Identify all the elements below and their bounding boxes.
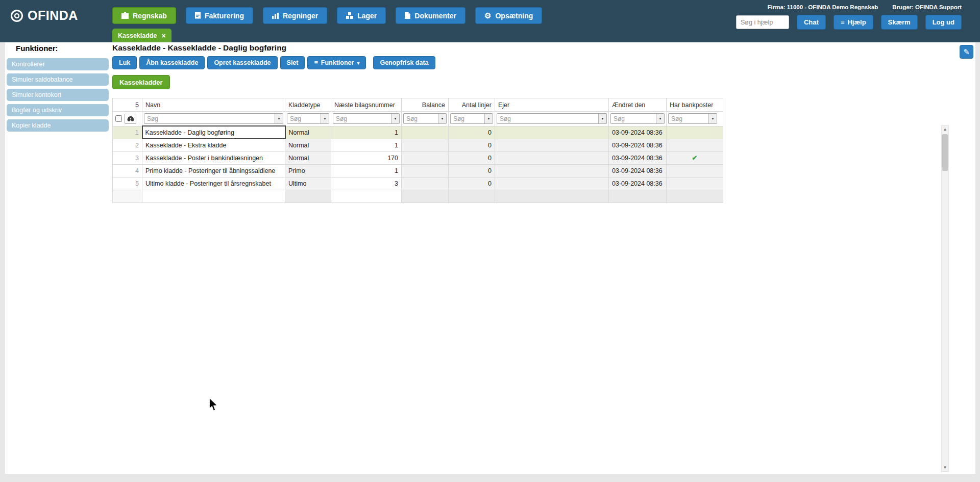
cell-har-bankposter[interactable] — [667, 126, 723, 139]
help-search-input[interactable] — [736, 15, 789, 29]
table-new-row[interactable] — [113, 190, 723, 202]
nav-lager[interactable]: Lager — [337, 7, 386, 24]
scrollbar-thumb[interactable] — [942, 134, 948, 171]
cell-kladdetype[interactable]: Ultimo — [285, 177, 331, 190]
luk-button[interactable]: Luk — [112, 56, 137, 69]
filter-dropdown-har-bankposter[interactable]: ▾ — [708, 114, 717, 123]
sidebar-item-simuler-kontokort[interactable]: Simuler kontokort — [7, 89, 109, 101]
nav-opsaetning[interactable]: ⚙ Opsætning — [475, 7, 542, 24]
filter-input-naeste-bilagsnummer[interactable] — [333, 114, 391, 123]
cell-balance[interactable] — [402, 177, 449, 190]
select-all-checkbox[interactable] — [115, 115, 122, 122]
search-binoculars-button[interactable] — [125, 114, 136, 124]
filter-input-kladdetype[interactable] — [287, 114, 321, 123]
table-row[interactable]: 2 Kassekladde - Ekstra kladde Normal 1 0… — [113, 139, 723, 151]
filter-dropdown-navn[interactable]: ▾ — [275, 114, 283, 123]
tab-kassekladde[interactable]: Kassekladde × — [112, 29, 172, 42]
cell-balance[interactable] — [402, 139, 449, 151]
cell-ejer[interactable] — [495, 126, 609, 139]
new-cell-ejer[interactable] — [495, 190, 609, 202]
genopfrisk-data-button[interactable]: Genopfrisk data — [373, 56, 435, 69]
cell-ejer[interactable] — [495, 164, 609, 177]
sidebar-item-kontrollerer[interactable]: Kontrollerer — [7, 58, 109, 70]
filter-dropdown-ejer[interactable]: ▾ — [598, 114, 606, 123]
cell-ejer[interactable] — [495, 151, 609, 164]
row-number[interactable]: 3 — [113, 151, 142, 164]
cell-antal-linjer[interactable]: 0 — [449, 151, 495, 164]
row-number[interactable]: 1 — [113, 126, 142, 139]
skaerm-button[interactable]: Skærm — [881, 15, 918, 30]
column-header-ejer[interactable]: Ejer — [495, 98, 609, 112]
column-header-kladdetype[interactable]: Kladdetype — [285, 98, 331, 112]
new-cell-kladdetype[interactable] — [285, 190, 331, 202]
cell-har-bankposter[interactable] — [667, 139, 723, 151]
column-header-navn[interactable]: Navn — [142, 98, 285, 112]
table-row[interactable]: 4 Primo kladde - Posteringer til åbnings… — [113, 164, 723, 177]
scroll-down-icon[interactable]: ▼ — [942, 464, 948, 471]
cell-har-bankposter-check-icon[interactable]: ✔ — [667, 151, 723, 164]
sidebar-item-kopier-kladde[interactable]: Kopier kladde — [7, 119, 109, 132]
cell-aendret-den[interactable]: 03-09-2024 08:36 — [609, 126, 667, 139]
cell-antal-linjer[interactable]: 0 — [449, 177, 495, 190]
filter-dropdown-kladdetype[interactable]: ▾ — [321, 114, 329, 123]
filter-dropdown-aendret-den[interactable]: ▾ — [656, 114, 664, 123]
cell-har-bankposter[interactable] — [667, 164, 723, 177]
nav-regnskab[interactable]: Regnskab — [112, 7, 176, 24]
kassekladder-button[interactable]: Kassekladder — [112, 75, 170, 89]
column-header-har-bankposter[interactable]: Har bankposter — [667, 98, 723, 112]
filter-input-navn[interactable] — [144, 114, 275, 123]
table-row[interactable]: 3 Kassekladde - Poster i bankindlæsninge… — [113, 151, 723, 164]
cell-naeste-bilagsnummer[interactable]: 1 — [331, 126, 402, 139]
cell-ejer[interactable] — [495, 139, 609, 151]
cell-aendret-den[interactable]: 03-09-2024 08:36 — [609, 139, 667, 151]
filter-input-har-bankposter[interactable] — [669, 114, 708, 123]
cell-antal-linjer[interactable]: 0 — [449, 139, 495, 151]
slet-button[interactable]: Slet — [280, 56, 305, 69]
nav-dokumenter[interactable]: Dokumenter — [396, 7, 465, 24]
nav-regninger[interactable]: Regninger — [263, 7, 327, 24]
cell-navn[interactable]: Kassekladde - Daglig bogføring — [142, 126, 285, 139]
column-header-aendret-den[interactable]: Ændret den — [609, 98, 667, 112]
cell-navn[interactable]: Kassekladde - Poster i bankindlæsningen — [142, 151, 285, 164]
filter-dropdown-balance[interactable]: ▾ — [438, 114, 446, 123]
row-number[interactable]: 5 — [113, 177, 142, 190]
funktioner-dropdown-button[interactable]: ≡ Funktioner ▾ — [307, 56, 366, 69]
column-header-antal-linjer[interactable]: Antal linjer — [449, 98, 495, 112]
cell-antal-linjer[interactable]: 0 — [449, 126, 495, 139]
aabn-kassekladde-button[interactable]: Åbn kassekladde — [139, 56, 205, 69]
cell-balance[interactable] — [402, 151, 449, 164]
filter-input-ejer[interactable] — [497, 114, 598, 123]
vertical-scrollbar[interactable]: ▲ ▼ — [941, 125, 949, 472]
cell-naeste-bilagsnummer[interactable]: 1 — [331, 139, 402, 151]
cell-kladdetype[interactable]: Normal — [285, 139, 331, 151]
table-row[interactable]: 5 Ultimo kladde - Posteringer til årsreg… — [113, 177, 723, 190]
filter-input-antal-linjer[interactable] — [451, 114, 484, 123]
filter-input-balance[interactable] — [404, 114, 438, 123]
cell-kladdetype[interactable]: Normal — [285, 151, 331, 164]
cell-ejer[interactable] — [495, 177, 609, 190]
cell-naeste-bilagsnummer[interactable]: 170 — [331, 151, 402, 164]
cell-aendret-den[interactable]: 03-09-2024 08:36 — [609, 177, 667, 190]
new-cell-navn[interactable] — [142, 190, 285, 202]
cell-navn[interactable]: Primo kladde - Posteringer til åbningssa… — [142, 164, 285, 177]
cell-balance[interactable] — [402, 164, 449, 177]
edit-fab-button[interactable]: ✎ — [960, 45, 973, 59]
cell-balance[interactable] — [402, 126, 449, 139]
filter-dropdown-naeste-bilagsnummer[interactable]: ▾ — [391, 114, 399, 123]
cell-naeste-bilagsnummer[interactable]: 1 — [331, 164, 402, 177]
table-row[interactable]: 1 Kassekladde - Daglig bogføring Normal … — [113, 126, 723, 139]
column-header-balance[interactable]: Balance — [402, 98, 449, 112]
nav-fakturering[interactable]: Fakturering — [186, 7, 253, 24]
row-number[interactable]: 2 — [113, 139, 142, 151]
filter-input-aendret-den[interactable] — [611, 114, 656, 123]
row-number[interactable]: 4 — [113, 164, 142, 177]
logo[interactable]: OFINDA — [10, 8, 78, 23]
scroll-up-icon[interactable]: ▲ — [942, 125, 948, 133]
cell-navn[interactable]: Ultimo kladde - Posteringer til årsregns… — [142, 177, 285, 190]
new-cell-naeste-bilagsnummer[interactable] — [331, 190, 402, 202]
column-header-naeste-bilagsnummer[interactable]: Næste bilagsnummer — [331, 98, 402, 112]
sidebar-item-bogfoer-og-udskriv[interactable]: Bogfør og udskriv — [7, 104, 109, 116]
filter-dropdown-antal-linjer[interactable]: ▾ — [484, 114, 493, 123]
cell-kladdetype[interactable]: Normal — [285, 126, 331, 139]
cell-har-bankposter[interactable] — [667, 177, 723, 190]
